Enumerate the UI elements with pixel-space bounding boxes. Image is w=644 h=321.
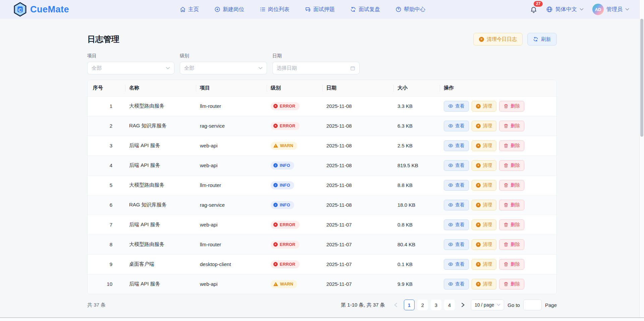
delete-button[interactable]: 删除 [499,121,524,131]
delete-button[interactable]: 删除 [499,101,524,112]
view-button[interactable]: 查看 [444,121,469,131]
circle-close-icon: ✕ [476,282,481,286]
row-index: 10 [88,274,129,294]
refresh-button[interactable]: 刷新 [527,33,557,46]
view-label: 查看 [455,182,465,188]
row-size: 6.3 KB [397,116,444,136]
view-button[interactable]: 查看 [444,160,469,171]
clean-button[interactable]: ✕ 清理 [472,219,496,230]
eye-icon [448,104,453,109]
clean-button[interactable]: ✕ 清理 [472,121,496,131]
row-name: RAG 知识库服务 [129,116,200,136]
eye-icon [448,163,453,168]
nav-item-interview-review[interactable]: 面试复盘 [350,6,380,13]
nav-item-position-list[interactable]: 岗位列表 [260,6,289,13]
notification-bell-button[interactable]: 27 [530,4,537,14]
user-menu[interactable]: AD 管理员 [592,4,629,15]
language-switcher[interactable]: 简体中文 [546,6,584,13]
prev-page-button[interactable] [391,300,400,310]
level-filter-select[interactable]: 全部 [180,62,267,74]
row-size: 0.1 KB [397,254,444,274]
clean-button[interactable]: ✕ 清理 [472,259,496,270]
trash-icon [503,242,508,247]
page-button-2[interactable]: 2 [417,300,428,310]
delete-button[interactable]: 删除 [499,160,524,171]
chat-icon [305,6,311,12]
next-page-button[interactable] [458,300,468,310]
nav-label-new-position: 新建岗位 [223,6,244,13]
level-icon: i [273,163,278,168]
eye-icon [448,123,453,128]
scrollbar-thumb[interactable] [640,19,643,137]
row-project: web-api [200,136,271,155]
view-button[interactable]: 查看 [444,279,469,290]
nav-item-help-center[interactable]: 帮助中心 [395,6,425,13]
page-size-select[interactable]: 10 / page [471,300,504,310]
delete-button[interactable]: 删除 [499,259,524,270]
clean-button[interactable]: ✕ 清理 [472,180,496,191]
clean-button[interactable]: ✕ 清理 [472,239,496,250]
view-button[interactable]: 查看 [444,219,469,230]
view-label: 查看 [455,103,465,109]
trash-icon [503,104,508,109]
project-filter-select[interactable]: 全部 [87,62,174,74]
level-label: WARN [280,143,293,148]
view-button[interactable]: 查看 [444,140,469,151]
level-badge: ✕ ERROR [271,122,300,130]
row-date: 2025-11-08 [326,96,397,116]
level-filter-label: 级别 [180,53,267,59]
view-button[interactable]: 查看 [444,239,469,250]
delete-button[interactable]: 删除 [499,279,524,290]
goto-page-input[interactable] [523,300,542,310]
log-table-body: 1 大模型路由服务 llm-router ✕ ERROR 2025-11-08 … [88,96,556,294]
row-index: 3 [88,136,129,155]
brand-logo[interactable]: C CueMate [13,2,69,17]
level-icon: ✕ [273,222,278,227]
nav-label-help-center: 帮助中心 [404,6,425,13]
row-project: rag-service [200,116,271,136]
nav-item-home[interactable]: 主页 [180,6,199,13]
eye-icon [448,262,453,267]
nav-item-interview-questions[interactable]: 面试押题 [305,6,335,13]
chevron-left-icon [394,303,397,307]
nav-item-new-position[interactable]: 新建岗位 [214,6,244,13]
column-header-date: 日期 [326,80,397,96]
delete-button[interactable]: 删除 [499,180,524,191]
main-nav: 主页 新建岗位 岗位列表 面试押题 [180,6,425,13]
table-row: 2 RAG 知识库服务 rag-service ✕ ERROR 2025-11-… [88,116,556,136]
level-badge: i INFO [271,201,294,209]
page-button-4[interactable]: 4 [444,300,455,310]
row-index: 8 [88,235,129,254]
eye-icon [448,281,453,286]
date-picker-placeholder: 选择日期 [277,65,350,71]
row-index: 7 [88,215,129,235]
main-content: 日志管理 ✕ 清理今日日志 刷新 项目 全部 [87,19,557,310]
view-button[interactable]: 查看 [444,200,469,210]
level-label: ERROR [280,104,296,109]
column-header-index: 序号 [88,80,129,96]
clean-button[interactable]: ✕ 清理 [472,279,496,290]
delete-button[interactable]: 删除 [499,200,524,210]
delete-button[interactable]: 删除 [499,219,524,230]
view-button[interactable]: 查看 [444,180,469,191]
row-project: llm-router [200,96,271,116]
row-name: 大模型路由服务 [129,175,200,195]
level-badge: ! WARN [271,142,297,150]
date-picker-input[interactable]: 选择日期 [272,62,360,74]
row-date: 2025-11-07 [326,215,397,235]
clean-button[interactable]: ✕ 清理 [472,200,496,210]
eye-icon [448,183,453,188]
clear-today-logs-button[interactable]: ✕ 清理今日日志 [473,33,523,46]
view-button[interactable]: 查看 [444,259,469,270]
clean-button[interactable]: ✕ 清理 [472,101,496,112]
delete-button[interactable]: 删除 [499,140,524,151]
clean-button[interactable]: ✕ 清理 [472,160,496,171]
delete-label: 删除 [511,143,520,149]
page-button-3[interactable]: 3 [431,300,441,310]
delete-button[interactable]: 删除 [499,239,524,250]
clean-button[interactable]: ✕ 清理 [472,140,496,151]
page-button-1[interactable]: 1 [404,300,415,310]
clean-label: 清理 [483,143,492,149]
row-project: rag-service [200,195,271,215]
view-button[interactable]: 查看 [444,101,469,112]
